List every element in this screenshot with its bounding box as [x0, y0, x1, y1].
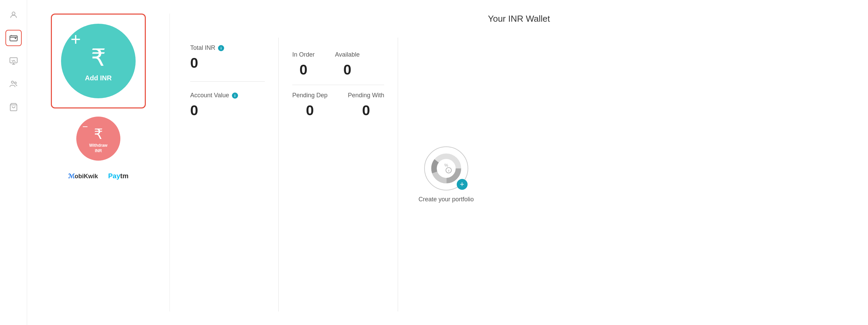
add-inr-label: Add INR	[85, 74, 112, 82]
withdraw-inr-button[interactable]: − ₹ Withdraw INR	[76, 117, 120, 161]
svg-point-3	[11, 81, 14, 83]
available-col: Available 0	[335, 51, 360, 78]
minus-icon: −	[82, 122, 88, 131]
wallet-section: Your INR Wallet Total INR i 0 Account Va…	[190, 14, 848, 311]
payment-logos: ℳobiKwik Paytm	[68, 172, 129, 180]
sidebar	[0, 0, 27, 325]
total-inr-info-icon[interactable]: i	[218, 45, 224, 51]
portfolio-plus-badge[interactable]: +	[457, 179, 468, 190]
pending-with-col: Pending With 0	[348, 92, 384, 119]
pending-dep-col: Pending Dep 0	[292, 92, 328, 119]
account-value-value: 0	[190, 102, 265, 119]
available-value: 0	[343, 62, 351, 78]
bottom-stats-row: Pending Dep 0 Pending With 0	[292, 85, 384, 125]
wallet-title: Your INR Wallet	[190, 14, 848, 24]
svg-text:%: %	[444, 163, 448, 167]
wallet-content: Total INR i 0 Account Value i 0	[190, 38, 848, 311]
paytm-logo: Paytm	[108, 172, 129, 180]
account-value-info-icon[interactable]: i	[232, 93, 238, 99]
stat-divider-1	[190, 81, 265, 82]
add-inr-button[interactable]: + ₹ Add INR	[61, 24, 136, 98]
stats-left: Total INR i 0 Account Value i 0	[190, 38, 278, 311]
total-inr-block: Total INR i 0	[190, 38, 265, 78]
portfolio-circle[interactable]: % $ +	[424, 146, 468, 190]
pending-dep-value: 0	[306, 102, 314, 119]
portfolio-pie-chart: % $	[431, 153, 461, 184]
total-inr-value: 0	[190, 55, 265, 71]
sidebar-item-referral[interactable]	[5, 76, 22, 92]
stats-middle: In Order 0 Available 0 Pending Dep 0	[278, 38, 398, 311]
mobikwik-logo: ℳobiKwik	[68, 172, 98, 180]
pending-dep-label: Pending Dep	[292, 92, 328, 99]
portfolio-section: % $ + Create your portfolio	[398, 38, 474, 311]
plus-icon: +	[71, 31, 81, 48]
svg-text:$: $	[448, 169, 450, 172]
available-label: Available	[335, 51, 360, 58]
top-stats-row: In Order 0 Available 0	[292, 44, 384, 85]
sidebar-item-user[interactable]	[5, 7, 22, 23]
in-order-label: In Order	[292, 51, 315, 58]
portfolio-label[interactable]: Create your portfolio	[418, 196, 474, 203]
account-value-label: Account Value i	[190, 92, 265, 99]
pending-with-label: Pending With	[348, 92, 384, 99]
sidebar-item-chart[interactable]	[5, 53, 22, 69]
add-inr-wrapper: + ₹ Add INR	[51, 14, 146, 108]
in-order-value: 0	[299, 62, 307, 78]
left-panel: + ₹ Add INR − ₹ Withdraw INR ℳobiKwik Pa…	[47, 14, 149, 311]
rupee-icon-withdraw: ₹	[94, 126, 103, 142]
rupee-icon-add: ₹	[91, 44, 106, 72]
withdraw-inr-label: Withdraw INR	[89, 143, 107, 154]
svg-point-0	[12, 12, 15, 15]
in-order-col: In Order 0	[292, 51, 315, 78]
total-inr-label: Total INR i	[190, 44, 265, 52]
left-divider	[170, 14, 170, 311]
portfolio-plus-icon: +	[460, 180, 464, 189]
svg-point-4	[14, 82, 16, 84]
main-content: + ₹ Add INR − ₹ Withdraw INR ℳobiKwik Pa…	[27, 0, 868, 325]
account-value-block: Account Value i 0	[190, 85, 265, 125]
sidebar-item-wallet[interactable]	[5, 30, 22, 46]
svg-rect-1	[10, 36, 17, 41]
sidebar-item-cart[interactable]	[5, 99, 22, 115]
pending-with-value: 0	[362, 102, 370, 119]
